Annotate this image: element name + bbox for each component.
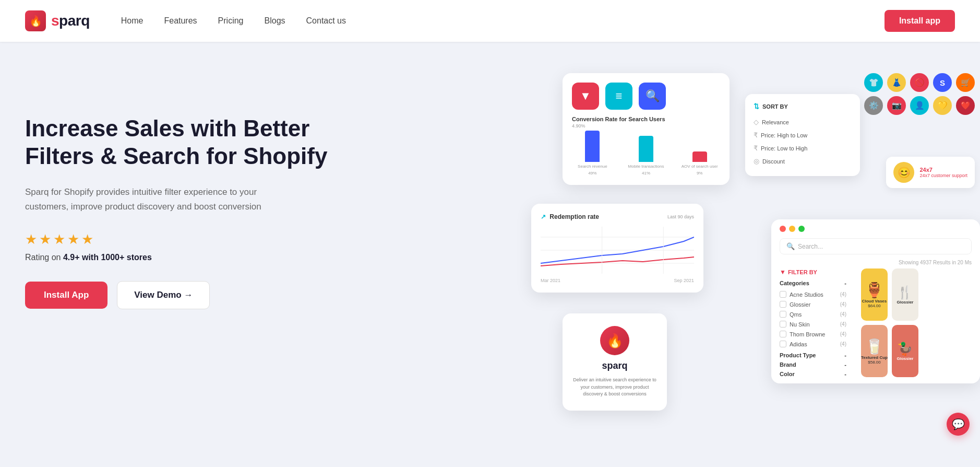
star-1: ★ [25, 231, 37, 248]
card-sparq-logo: 🔥 sparq Deliver an intuitive search expe… [563, 313, 667, 411]
filter-acne[interactable]: Acne Studios (4) [780, 289, 846, 299]
bar-group-3: AOV of search user 9% [679, 151, 720, 176]
star-4: ★ [67, 231, 79, 248]
card-redemption: ↗ Redemption rate Last 90 days [531, 204, 703, 293]
search-placeholder: Search... [798, 243, 823, 250]
avatar-7: 📷 [887, 96, 906, 115]
nav-blogs[interactable]: Blogs [265, 16, 285, 26]
filter-by-label: ▼ FILTER BY [780, 268, 846, 276]
filter-check-nuskin[interactable] [780, 321, 786, 328]
sortby-low-icon: ₹ [754, 144, 758, 152]
nav-pricing[interactable]: Pricing [218, 16, 244, 26]
sortby-arrow-icon: ⇅ [754, 102, 759, 110]
logo[interactable]: 🔥 sparq [25, 10, 90, 31]
rating-text: Rating on 4.9+ with 1000+ stores [25, 253, 328, 262]
hero-install-button[interactable]: Install App [25, 282, 107, 309]
avatar-6: ⚙️ [864, 96, 883, 115]
filter-check-adidas[interactable] [780, 341, 786, 347]
sortby-high-to-low[interactable]: ₹ Price: High to Low [754, 129, 852, 142]
bar-pct-3: 9% [697, 171, 703, 176]
card-product-ui: 🔍 Search... Showing 4937 Results in 20 M… [771, 219, 980, 383]
card-sortby: ⇅ SORT BY ◇ Relevance ₹ Price: High to L… [745, 94, 860, 176]
product-glossier-1[interactable]: 🍴 Glossier [892, 268, 918, 321]
filter-thom[interactable]: Thom Browne (4) [780, 329, 846, 339]
nav-home[interactable]: Home [121, 16, 144, 26]
hero-left: Increase Sales with Better Filters & Sea… [25, 73, 328, 309]
filter-check-qms[interactable] [780, 311, 786, 318]
hero-section: Increase Sales with Better Filters & Sea… [0, 42, 980, 467]
product-search-bar[interactable]: 🔍 Search... [780, 238, 972, 254]
brand-toggle[interactable]: - [844, 361, 846, 368]
filter-qms[interactable]: Qms (4) [780, 309, 846, 319]
chat-button[interactable]: 💬 [947, 413, 970, 436]
star-3: ★ [53, 231, 65, 248]
avatar-9: 💛 [933, 96, 952, 115]
sortby-relevance-icon: ◇ [754, 118, 759, 126]
sortby-low-to-high[interactable]: ₹ Price: Low to High [754, 142, 852, 155]
chart-title: Conversion Rate for Search Users [569, 116, 723, 122]
color-label: Color - [780, 371, 846, 377]
bar-3 [692, 151, 707, 162]
support-avatar: 😊 [893, 162, 914, 183]
filter-icon-btn: ▼ [572, 83, 599, 110]
hero-demo-button[interactable]: View Demo → [117, 281, 210, 309]
bar-label-2: Mobile transactions [628, 164, 664, 169]
list-icon-btn: ≡ [605, 83, 632, 110]
product-glossier-2[interactable]: 🦆 Glossier [892, 325, 918, 377]
filter-check-thom[interactable] [780, 331, 786, 337]
hero-title: Increase Sales with Better Filters & Sea… [25, 115, 328, 170]
last-days-label: Last 90 days [667, 214, 694, 219]
avatar-5: 🛒 [956, 73, 975, 92]
window-dot-green [798, 226, 805, 232]
search-icon-btn: 🔍 [639, 83, 666, 110]
product-type-toggle[interactable]: - [844, 352, 846, 358]
support-time: 24x7 [919, 167, 967, 173]
filter-nuskin[interactable]: Nu Skin (4) [780, 319, 846, 329]
main-nav: Home Features Pricing Blogs Contact us [121, 16, 885, 26]
card-conversion: ▼ ≡ 🔍 Conversion Rate for Search Users 4… [563, 73, 730, 185]
chart-subtitle: 4.90% [569, 123, 723, 129]
categories-toggle[interactable]: - [844, 280, 846, 286]
nav-contact[interactable]: Contact us [306, 16, 346, 26]
star-rating: ★ ★ ★ ★ ★ [25, 231, 328, 248]
filter-glossier[interactable]: Glossier (4) [780, 299, 846, 309]
product-textured-cup[interactable]: 🥛 Textured Cup $58.00 [861, 325, 888, 377]
product-grid: 🏺 Cloud Vases $64.00 🍴 Glossier [855, 268, 925, 383]
nav-features[interactable]: Features [164, 16, 197, 26]
conversion-icons: ▼ ≡ 🔍 [563, 73, 730, 116]
star-2: ★ [39, 231, 51, 248]
hero-right: ▼ ≡ 🔍 Conversion Rate for Search Users 4… [531, 42, 980, 467]
window-dot-red [780, 226, 786, 232]
avatar-3: 🚫 [910, 73, 929, 92]
search-icon-small: 🔍 [786, 242, 795, 250]
product-content: ▼ FILTER BY Categories - Acne Studios (4… [771, 268, 980, 383]
bar-1 [585, 131, 600, 162]
sparq-logo-desc: Deliver an intuitive search experience t… [571, 377, 659, 398]
filter-check-glossier[interactable] [780, 301, 786, 308]
categories-label: Categories - [780, 280, 846, 286]
chart-dates: Mar 2021 Sep 2021 [541, 278, 694, 283]
bar-group-2: Mobile transactions 41% [626, 136, 667, 176]
filter-funnel-icon: ▼ [780, 268, 786, 276]
sortby-relevance[interactable]: ◇ Relevance [754, 115, 852, 129]
avatar-row-1: 👕 👗 🚫 S 🛒 [864, 73, 975, 92]
sortby-discount[interactable]: ◎ Discount [754, 155, 852, 168]
hero-buttons: Install App View Demo → [25, 281, 328, 309]
product-cloud-vases[interactable]: 🏺 Cloud Vases $64.00 [861, 268, 888, 321]
window-dot-yellow [789, 226, 795, 232]
filter-sidebar: ▼ FILTER BY Categories - Acne Studios (4… [771, 268, 855, 383]
color-toggle[interactable]: - [844, 371, 846, 377]
nav-install-button[interactable]: Install app [885, 10, 955, 32]
support-label: 24x7 customer support [919, 173, 967, 178]
filter-check-acne[interactable] [780, 291, 786, 298]
filter-adidas[interactable]: Adidas (4) [780, 339, 846, 349]
avatar-8: 👤 [910, 96, 929, 115]
product-type-label: Product Type - [780, 352, 846, 358]
line-chart [541, 227, 694, 274]
card-support: 😊 24x7 24x7 customer support [886, 157, 975, 188]
logo-text: sparq [51, 13, 90, 29]
bar-label-1: Search revenue [578, 164, 607, 169]
bar-pct-2: 41% [642, 171, 650, 176]
star-5: ★ [81, 231, 93, 248]
bar-group-1: Search revenue 49% [572, 131, 613, 176]
